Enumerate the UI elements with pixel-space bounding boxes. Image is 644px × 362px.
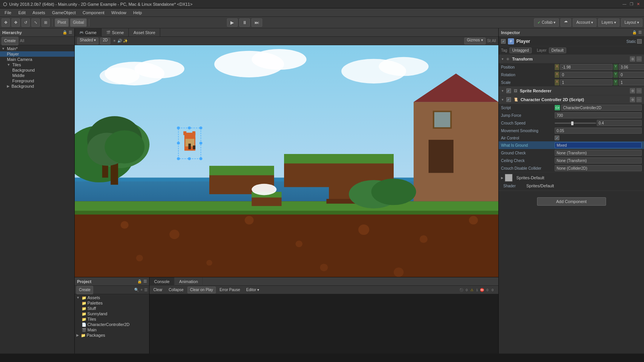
- menu-component[interactable]: Component: [79, 10, 107, 16]
- hierarchy-item-foreground[interactable]: Foreground: [0, 78, 74, 84]
- menu-gameobject[interactable]: GameObject: [49, 10, 79, 16]
- tool-rotate[interactable]: ↺: [21, 18, 30, 27]
- menu-window[interactable]: Window: [108, 10, 129, 16]
- layout-dropdown[interactable]: Layout ▾: [621, 18, 642, 27]
- sr-dots[interactable]: ⋯: [636, 88, 642, 93]
- menu-file[interactable]: File: [2, 10, 15, 16]
- pause-button[interactable]: ⏸: [239, 18, 250, 27]
- proj-item-stuff[interactable]: 📁 Stuff: [75, 306, 149, 311]
- ceiling-check-input[interactable]: [555, 157, 642, 164]
- menu-edit[interactable]: Edit: [15, 10, 29, 16]
- project-menu[interactable]: ☰: [143, 279, 147, 283]
- tab-scene[interactable]: 🎬 Scene: [102, 28, 129, 37]
- global-toggle[interactable]: Global: [70, 18, 87, 27]
- inspector-lock[interactable]: 🔒: [632, 30, 637, 34]
- account-dropdown[interactable]: Account ▾: [573, 18, 596, 27]
- play-button[interactable]: ▶: [227, 18, 238, 27]
- step-button[interactable]: ⏭: [251, 18, 262, 27]
- inspector-menu[interactable]: ☰: [638, 30, 642, 34]
- cc-header[interactable]: ▼ ✓ 📜 Character Controller 2D (Script) ⚙…: [499, 95, 644, 104]
- project-add-icon[interactable]: +: [140, 288, 143, 292]
- hierarchy-menu[interactable]: ☰: [69, 30, 72, 34]
- tab-animation[interactable]: Animation: [174, 277, 203, 286]
- transform-settings[interactable]: ⚙: [630, 56, 635, 62]
- rotation-y[interactable]: [619, 72, 644, 78]
- hierarchy-lock[interactable]: 🔒: [62, 30, 67, 34]
- add-component-button[interactable]: Add Component: [537, 197, 606, 206]
- light-icon[interactable]: ☀: [113, 39, 116, 43]
- transform-header[interactable]: ▼ ⊕ Transform ⚙ ⋯: [499, 55, 644, 63]
- ground-check-input[interactable]: [555, 150, 642, 156]
- hierarchy-item-middle[interactable]: Middle: [0, 73, 74, 78]
- pivot-toggle[interactable]: Pivot: [55, 18, 69, 27]
- proj-item-controller[interactable]: 📄 CharacterController2D: [75, 322, 149, 327]
- sprite-renderer-header[interactable]: ▼ ✓ 🖼 Sprite Renderer ⚙ ⋯: [499, 87, 644, 95]
- sr-enabled[interactable]: ✓: [506, 88, 511, 93]
- proj-item-tiles[interactable]: 📁 Tiles: [75, 316, 149, 322]
- crouch-disable-input[interactable]: [555, 165, 642, 171]
- error-pause-button[interactable]: Error Pause: [217, 287, 242, 293]
- what-is-ground-input[interactable]: [555, 142, 642, 148]
- hierarchy-item-main[interactable]: ▼ Main*: [0, 46, 74, 51]
- tag-value[interactable]: Untagged: [509, 48, 531, 53]
- 2d-toggle[interactable]: 2D: [100, 38, 110, 44]
- gizmos-dropdown[interactable]: Gizmos ▾: [464, 38, 486, 44]
- clear-button[interactable]: Clear: [151, 287, 165, 293]
- cc-enabled[interactable]: ✓: [506, 97, 511, 102]
- restore-button[interactable]: ❐: [629, 2, 634, 7]
- proj-item-assets[interactable]: ▼ 📁 Assets: [75, 295, 149, 300]
- transform-dots[interactable]: ⋯: [636, 56, 642, 62]
- tool-move[interactable]: ✥: [12, 18, 20, 27]
- clear-on-play-button[interactable]: Clear on Play: [187, 287, 216, 293]
- layers-dropdown[interactable]: Layers ▾: [598, 18, 619, 27]
- hierarchy-item-background1[interactable]: Background: [0, 67, 74, 73]
- hierarchy-item-background2[interactable]: ▶ Background: [0, 84, 74, 89]
- proj-item-palettes[interactable]: 📁 Palettes: [75, 300, 149, 306]
- hierarchy-create-btn[interactable]: Create: [2, 37, 18, 45]
- scale-x[interactable]: [560, 79, 613, 85]
- hierarchy-item-maincamera[interactable]: Main Camera: [0, 57, 74, 62]
- position-y[interactable]: [619, 64, 644, 70]
- minimize-button[interactable]: —: [622, 2, 627, 7]
- hierarchy-item-tiles[interactable]: ▼ Tiles: [0, 62, 74, 67]
- proj-item-packages[interactable]: ▶ 📁 Packages: [75, 333, 149, 338]
- close-button[interactable]: ✕: [636, 2, 641, 7]
- object-active-toggle[interactable]: ✓: [501, 39, 506, 44]
- effects-icon[interactable]: ✨: [123, 39, 128, 43]
- tool-hand[interactable]: ✥: [2, 18, 10, 27]
- scale-y[interactable]: [619, 79, 644, 85]
- proj-item-main[interactable]: 🎬 Main: [75, 327, 149, 333]
- menu-assets[interactable]: Assets: [30, 10, 48, 16]
- project-create-btn[interactable]: Create: [76, 286, 93, 294]
- collab-button[interactable]: ✓ Collab ▾: [534, 18, 559, 27]
- menu-help[interactable]: Help: [130, 10, 145, 16]
- jump-force-input[interactable]: [555, 112, 642, 118]
- project-options-icon[interactable]: ☰: [144, 288, 148, 292]
- layer-value[interactable]: Default: [549, 48, 567, 53]
- movement-smoothing-input[interactable]: [555, 128, 642, 134]
- cloud-button[interactable]: ☁: [560, 18, 571, 27]
- material-expand[interactable]: ▶ Sprites-Default: [501, 174, 544, 182]
- editor-dropdown[interactable]: Editor ▾: [244, 287, 261, 293]
- crouch-slider[interactable]: [555, 123, 596, 124]
- crouch-speed-input[interactable]: [597, 120, 642, 126]
- collapse-button[interactable]: Collapse: [166, 287, 186, 293]
- project-lock[interactable]: 🔒: [137, 279, 142, 283]
- cc-dots[interactable]: ⋯: [636, 97, 642, 102]
- proj-item-sunnyland[interactable]: 📁 Sunnyland: [75, 311, 149, 316]
- tab-asset-store[interactable]: Asset Store: [129, 28, 160, 37]
- script-input[interactable]: [561, 105, 642, 111]
- rotation-x[interactable]: [560, 72, 613, 78]
- sr-settings[interactable]: ⚙: [630, 88, 635, 93]
- cc-settings[interactable]: ⚙: [630, 97, 635, 102]
- tool-rect[interactable]: ⊞: [41, 18, 50, 27]
- static-checkbox[interactable]: [637, 39, 642, 44]
- air-control-checkbox[interactable]: ✓: [555, 136, 559, 140]
- position-x[interactable]: [560, 64, 613, 70]
- tab-console[interactable]: Console: [150, 277, 174, 286]
- tab-game[interactable]: 🎮 Game: [75, 28, 102, 37]
- audio-icon[interactable]: 🔊: [117, 39, 122, 43]
- shaded-dropdown[interactable]: Shaded ▾: [77, 38, 99, 44]
- hierarchy-item-player[interactable]: Player: [0, 51, 74, 57]
- tool-scale[interactable]: ⤡: [31, 18, 40, 27]
